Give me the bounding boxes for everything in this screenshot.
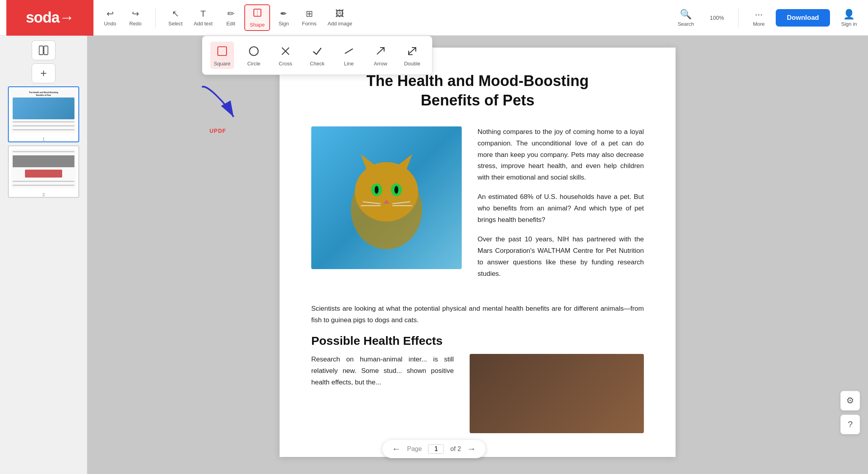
- sidebar-panel-toggle[interactable]: [32, 40, 55, 60]
- updf-annotation: UPDF: [194, 79, 242, 134]
- shape-circle[interactable]: Circle: [242, 42, 266, 69]
- svg-point-17: [375, 186, 379, 194]
- page-1-number: 1: [9, 137, 78, 141]
- para-2: An estimated 68% of U.S. households have…: [478, 191, 644, 226]
- page-total: of 2: [450, 445, 461, 453]
- svg-marker-13: [361, 154, 379, 170]
- double-icon: [407, 44, 418, 58]
- shape-cross[interactable]: Cross: [274, 42, 297, 69]
- undo-icon: ↩: [107, 9, 114, 19]
- select-label: Select: [168, 21, 183, 27]
- thumb-text-5: [13, 181, 74, 182]
- check-icon: [312, 44, 323, 58]
- toolbar-right: 🔍 Search 100% ··· More Download 👤 Sign i…: [673, 6, 862, 29]
- shape-button[interactable]: Shape: [244, 4, 270, 31]
- undo-redo-group: ↩ Undo ↪ Redo: [93, 6, 152, 29]
- add-page-button[interactable]: +: [32, 63, 55, 83]
- signin-button[interactable]: 👤 Sign in: [836, 6, 862, 29]
- text-section: Nothing compares to the joy of coming ho…: [478, 126, 644, 288]
- more-button[interactable]: ··· More: [748, 6, 769, 29]
- page-2-number: 2: [9, 192, 78, 197]
- page-thumb-1[interactable]: The Health and Mood-BoostingBenefits of …: [8, 86, 79, 142]
- updf-arrow-svg: [194, 79, 242, 127]
- sidebar-controls: +: [3, 40, 84, 83]
- select-icon: ↖: [172, 9, 179, 19]
- settings-button[interactable]: ⚙: [840, 391, 860, 411]
- add-text-icon: T: [200, 9, 206, 19]
- panel-icon: [38, 45, 49, 56]
- toolbar-sep-1: [155, 8, 156, 28]
- circle-icon: [248, 44, 259, 58]
- cat-image: [311, 126, 462, 269]
- download-button[interactable]: Download: [776, 9, 830, 27]
- svg-line-7: [408, 48, 415, 54]
- svg-line-5: [345, 49, 353, 54]
- page-next-button[interactable]: →: [467, 444, 476, 454]
- bottom-text: Research on human-animal inter... is sti…: [311, 354, 454, 433]
- redo-icon: ↪: [132, 9, 139, 19]
- shape-icon: [252, 8, 263, 20]
- para-1: Nothing compares to the joy of coming ho…: [478, 126, 644, 183]
- pdf-area: UPDF The Health and Mood-Boosting Benefi…: [87, 36, 868, 474]
- scientists-para: Scientists are looking at what the poten…: [311, 303, 644, 326]
- shape-check[interactable]: Check: [305, 42, 329, 69]
- search-button[interactable]: 🔍 Search: [673, 6, 699, 29]
- zoom-button[interactable]: 100%: [705, 12, 729, 23]
- arrow-icon: [375, 44, 386, 58]
- research-para: Research on human-animal inter... is sti…: [311, 354, 454, 388]
- bottom-image: [470, 354, 644, 433]
- add-image-button[interactable]: 🖼 Add image: [323, 6, 357, 29]
- double-label: Double: [404, 61, 420, 67]
- thumb-image-2: [13, 155, 74, 167]
- forms-icon: ⊞: [306, 9, 313, 19]
- thumb-cat-image: [13, 97, 74, 119]
- add-text-button[interactable]: T Add text: [189, 6, 217, 29]
- forms-button[interactable]: ⊞ Forms: [297, 6, 321, 29]
- page-nav: ← Page of 2 →: [383, 440, 485, 458]
- add-image-icon: 🖼: [335, 9, 344, 19]
- more-icon: ···: [755, 9, 763, 20]
- shape-line[interactable]: Line: [337, 42, 361, 69]
- help-button[interactable]: ?: [840, 415, 860, 434]
- tools-group: ↖ Select T Add text ✏ Edit Shape ✒ Sign …: [159, 4, 362, 31]
- svg-rect-8: [39, 46, 43, 55]
- forms-label: Forms: [302, 21, 316, 27]
- page-thumb-2-inner: [9, 146, 78, 191]
- svg-marker-14: [394, 154, 412, 170]
- line-icon: [343, 44, 354, 58]
- more-label: More: [753, 21, 765, 27]
- svg-rect-9: [44, 46, 48, 55]
- thumb-content-1: The Health and Mood-BoostingBenefits of …: [11, 90, 76, 133]
- bottom-section: Possible Health Effects Research on huma…: [311, 334, 644, 433]
- main-area: + The Health and Mood-BoostingBenefits o…: [0, 36, 868, 474]
- page-number-input[interactable]: [428, 444, 444, 454]
- shape-double[interactable]: Double: [400, 42, 424, 69]
- edit-button[interactable]: ✏ Edit: [219, 6, 243, 29]
- sidebar: + The Health and Mood-BoostingBenefits o…: [0, 36, 87, 474]
- search-label: Search: [678, 21, 694, 27]
- page-thumb-2[interactable]: 2: [8, 145, 79, 198]
- pdf-page: The Health and Mood-Boosting Benefits of…: [280, 48, 676, 457]
- thumb-text-6: [13, 185, 74, 186]
- redo-button[interactable]: ↪ Redo: [124, 6, 147, 29]
- shape-square[interactable]: Square: [210, 42, 234, 69]
- sign-button[interactable]: ✒ Sign: [272, 6, 295, 29]
- thumb-text-2: [13, 125, 74, 126]
- edit-label: Edit: [227, 21, 235, 27]
- page-prev-button[interactable]: ←: [392, 444, 401, 454]
- undo-button[interactable]: ↩ Undo: [98, 6, 122, 29]
- shape-picker-dropdown: Square Circle Cross Check Line: [202, 36, 432, 75]
- select-button[interactable]: ↖ Select: [164, 6, 187, 29]
- undo-label: Undo: [104, 21, 116, 27]
- shape-label: Shape: [250, 22, 265, 28]
- logo-area: soda→: [6, 0, 93, 36]
- cross-label: Cross: [279, 61, 292, 67]
- updf-label: UPDF: [209, 128, 226, 134]
- toolbar-sep-2: [738, 8, 739, 28]
- bottom-content: Research on human-animal inter... is sti…: [311, 354, 644, 433]
- para-3: Over the past 10 years, NIH has partnere…: [478, 234, 644, 280]
- page-thumb-1-inner: The Health and Mood-BoostingBenefits of …: [9, 87, 78, 135]
- shape-arrow[interactable]: Arrow: [369, 42, 392, 69]
- thumb-text-1: [13, 121, 74, 122]
- sign-label: Sign: [278, 21, 289, 27]
